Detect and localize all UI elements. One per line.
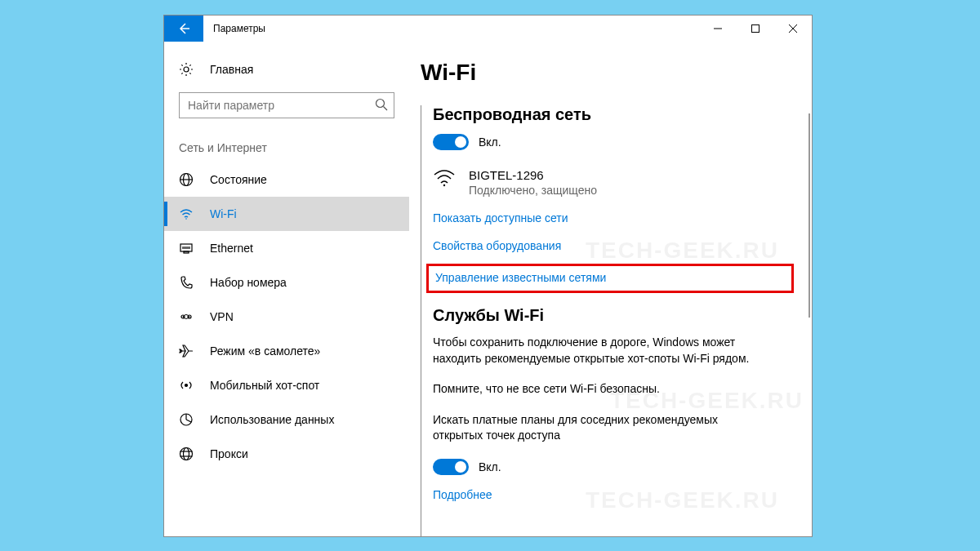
highlight-box: Управление известными сетями [426,264,794,293]
sidebar-item-label: Wi-Fi [210,207,237,220]
svg-point-10 [185,218,187,220]
svg-point-22 [180,448,193,460]
data-usage-icon [179,412,194,427]
sidebar-category: Сеть и Интернет [164,118,409,162]
toggle-track [433,134,469,150]
page-title: Wi-Fi [421,60,787,86]
content-area: Wi-Fi Беспроводная сеть Вкл. BIGTEL-1296 [409,42,812,536]
vpn-icon [179,309,194,324]
link-hardware-props[interactable]: Свойства оборудования [433,239,787,252]
sidebar-item-label: Прокси [210,447,248,460]
sidebar: Главная Сеть и Интернет Состояние Wi-Fi … [164,42,409,536]
scrollbar-thumb[interactable] [808,113,810,318]
sidebar-item-label: Использование данных [210,413,334,426]
airplane-icon [179,344,194,358]
settings-window: Параметры Главная [163,15,813,537]
services-heading: Службы Wi-Fi [433,306,787,325]
wireless-heading: Беспроводная сеть [433,105,787,124]
svg-point-4 [184,67,189,72]
maximize-icon [751,24,760,33]
maximize-button[interactable] [737,16,774,42]
svg-point-26 [443,184,445,186]
svg-rect-12 [184,251,189,253]
titlebar: Параметры [164,16,812,42]
sidebar-item-label: Режим «в самолете» [210,344,320,358]
search-input[interactable] [179,92,394,118]
svg-rect-1 [752,25,760,33]
sidebar-item-ethernet[interactable]: Ethernet [164,231,409,265]
svg-point-5 [376,100,385,108]
wifi-icon [179,207,194,221]
sidebar-home[interactable]: Главная [164,53,409,86]
sidebar-item-label: Набор номера [210,276,287,289]
connected-network[interactable]: BIGTEL-1296 Подключено, защищено [433,168,787,197]
back-arrow-icon [177,22,190,35]
link-more[interactable]: Подробнее [433,488,787,501]
hotspot-icon [179,378,194,393]
gear-icon [179,62,194,77]
minimize-icon [714,24,722,33]
link-manage-known[interactable]: Управление известными сетями [435,271,788,284]
sidebar-item-hotspot[interactable]: Мобильный хот-спот [164,368,409,402]
window-controls [699,16,812,42]
close-button[interactable] [774,16,812,42]
svg-point-23 [184,448,189,460]
sidebar-item-proxy[interactable]: Прокси [164,437,409,471]
sidebar-item-wifi[interactable]: Wi-Fi [164,197,409,231]
sidebar-item-label: VPN [210,310,234,323]
sidebar-item-status[interactable]: Состояние [164,162,409,197]
window-title: Параметры [203,16,699,42]
services-text-3: Искать платные планы для соседних рекоме… [433,412,768,444]
sidebar-home-label: Главная [210,63,253,76]
sidebar-item-vpn[interactable]: VPN [164,300,409,334]
scroll-region: Беспроводная сеть Вкл. BIGTEL-1296 Подкл… [421,105,787,536]
proxy-icon [179,447,194,461]
back-button[interactable] [164,16,203,42]
minimize-button[interactable] [699,16,737,42]
search-wrap [164,86,409,118]
svg-line-6 [384,107,388,111]
wifi-signal-icon [433,168,459,191]
toggle-track [433,459,469,475]
toggle-label: Вкл. [479,460,501,473]
services-text-1: Чтобы сохранить подключение в дороге, Wi… [433,335,768,367]
close-icon [789,24,797,33]
link-show-available[interactable]: Показать доступные сети [433,211,787,224]
wifi-toggle[interactable]: Вкл. [433,134,787,150]
toggle-label: Вкл. [479,136,501,149]
services-text-2: Помните, что не все сети Wi-Fi безопасны… [433,381,768,398]
search-icon [375,98,388,111]
sidebar-item-label: Мобильный хот-спот [210,379,319,392]
sidebar-item-label: Ethernet [210,242,253,255]
svg-point-20 [185,384,188,387]
network-name: BIGTEL-1296 [469,168,597,182]
phone-icon [179,275,194,290]
window-body: Главная Сеть и Интернет Состояние Wi-Fi … [164,42,812,536]
paid-plans-toggle[interactable]: Вкл. [433,459,787,475]
ethernet-icon [179,241,194,256]
sidebar-item-dialup[interactable]: Набор номера [164,265,409,300]
network-status: Подключено, защищено [469,184,597,197]
sidebar-item-label: Состояние [210,173,267,186]
sidebar-item-datausage[interactable]: Использование данных [164,402,409,437]
sidebar-item-airplane[interactable]: Режим «в самолете» [164,334,409,368]
globe-icon [179,172,194,187]
